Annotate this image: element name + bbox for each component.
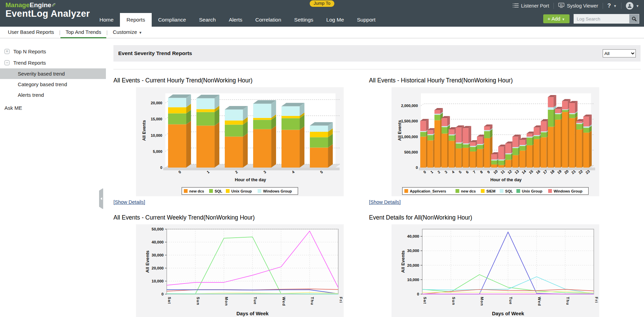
svg-text:40,000: 40,000 — [407, 234, 419, 238]
nav-correlation[interactable]: Correlation — [249, 13, 288, 27]
collapse-icon[interactable]: − — [4, 60, 10, 65]
svg-text:Hour of the day: Hour of the day — [235, 177, 266, 182]
svg-text:new dcs: new dcs — [461, 189, 476, 193]
help-menu[interactable]: ? ▼ — [607, 2, 617, 9]
svg-text:Wed: Wed — [537, 297, 542, 306]
svg-text:0: 0 — [178, 170, 182, 174]
chevron-left-icon — [100, 197, 102, 200]
svg-text:Sun: Sun — [196, 297, 200, 305]
svg-text:2,000,000: 2,000,000 — [401, 104, 418, 108]
chevron-down-icon: ▼ — [636, 4, 639, 8]
brand-logo: ManageEngine EventLog Analyzer — [5, 2, 90, 19]
svg-text:Thu: Thu — [310, 297, 314, 305]
search-icon — [632, 16, 637, 22]
listener-port-icon — [513, 3, 519, 9]
chart-title: Event Details for All(NonWorking Hour) — [369, 214, 629, 221]
sidebar-item-category-based-trend[interactable]: Category based trend — [0, 79, 106, 90]
page-title: Event Severity Trend Reports — [118, 50, 192, 56]
report-content: Event Severity Trend Reports All All Eve… — [106, 38, 644, 317]
chart-title: All Events - Current Hourly Trend(NonWor… — [113, 77, 369, 84]
chart-cell-current-weekly: All Events - Current Weekly Trend(NonWor… — [113, 214, 369, 317]
nav-support[interactable]: Support — [351, 13, 382, 27]
svg-text:7: 7 — [472, 170, 476, 174]
svg-text:5: 5 — [319, 170, 324, 174]
nav-reports[interactable]: Reports — [120, 13, 151, 27]
sidebar-item-severity-based-trend[interactable]: Severity based trend — [0, 68, 106, 79]
product-name: EventLog Analyzer — [5, 9, 90, 19]
svg-text:Windows Group: Windows Group — [263, 189, 292, 193]
top-bar: Jump To ManageEngine EventLog Analyzer H… — [0, 0, 644, 27]
chart-title: All Events - Historical Hourly Trend(Non… — [369, 77, 629, 84]
chart-cell-current-hourly: All Events - Current Hourly Trend(NonWor… — [113, 77, 369, 205]
syslog-viewer-button[interactable]: 01 Syslog Viewer — [558, 3, 598, 9]
sidebar-item-ask-me[interactable]: Ask ME — [0, 105, 106, 111]
current-weekly-trend-chart: 010,00020,00030,00040,00050,000SatSunMon… — [136, 224, 344, 317]
show-details-link[interactable]: [Show Details] — [113, 199, 145, 205]
syslog-viewer-icon: 01 — [558, 3, 564, 9]
chevron-down-icon: ▼ — [562, 17, 565, 21]
nav-home[interactable]: Home — [93, 13, 120, 27]
svg-text:1,000,000: 1,000,000 — [401, 135, 418, 139]
topbar-utilities: Listener Port 01 Syslog Viewer ? ▼ ▼ — [513, 2, 639, 10]
jump-to-button[interactable]: Jump To — [310, 0, 334, 7]
svg-text:Days of Week: Days of Week — [492, 311, 524, 316]
sidebar-collapse-handle[interactable] — [99, 188, 103, 209]
log-search — [574, 14, 639, 24]
svg-text:20,000: 20,000 — [152, 266, 164, 270]
add-button[interactable]: + Add ▼ — [543, 14, 570, 23]
divider — [621, 3, 621, 9]
sidebar-item-alerts-trend[interactable]: Alerts trend — [0, 90, 106, 100]
svg-text:30,000: 30,000 — [407, 249, 419, 253]
svg-text:10,000: 10,000 — [151, 133, 162, 137]
nav-log-me[interactable]: Log Me — [320, 13, 351, 27]
charts-panel: All Events - Current Hourly Trend(NonWor… — [113, 69, 641, 317]
svg-text:Tue: Tue — [253, 297, 257, 305]
svg-text:2: 2 — [234, 170, 238, 174]
subnav-customize[interactable]: Customize▼ — [108, 27, 147, 38]
svg-text:0: 0 — [417, 292, 419, 296]
svg-text:0: 0 — [160, 166, 162, 170]
subnav-user-based-reports[interactable]: User Based Reports — [3, 27, 59, 38]
svg-text:Sun: Sun — [452, 297, 456, 305]
svg-text:15,000: 15,000 — [151, 117, 162, 121]
svg-text:0: 0 — [423, 170, 427, 174]
svg-text:Unix Group: Unix Group — [522, 189, 543, 193]
nav-alerts[interactable]: Alerts — [222, 13, 249, 27]
show-details-link[interactable]: [Show Details] — [369, 199, 401, 205]
historical-hourly-trend-chart: 0500,0001,000,0001,500,0002,000,00001234… — [392, 87, 599, 196]
svg-text:2: 2 — [437, 170, 441, 174]
nav-settings[interactable]: Settings — [288, 13, 320, 27]
svg-text:6: 6 — [465, 170, 469, 174]
divider — [553, 3, 554, 9]
svg-text:20,000: 20,000 — [407, 263, 419, 267]
subnav-top-and-trends[interactable]: Top And Trends — [60, 27, 106, 38]
svg-text:1: 1 — [206, 170, 210, 174]
user-avatar-icon — [626, 2, 633, 10]
report-header-bar: Event Severity Trend Reports All — [113, 45, 641, 62]
svg-text:0: 0 — [416, 166, 418, 170]
svg-text:SQL: SQL — [505, 189, 513, 193]
user-menu[interactable]: ▼ — [626, 2, 639, 10]
nav-search[interactable]: Search — [193, 13, 222, 27]
svg-text:0: 0 — [162, 292, 164, 296]
search-button[interactable] — [629, 14, 639, 24]
device-filter-select[interactable]: All — [603, 49, 636, 57]
chart-cell-event-details: Event Details for All(NonWorking Hour) 0… — [369, 214, 629, 317]
log-search-input[interactable] — [574, 14, 629, 24]
brand-engine: Engine — [30, 1, 51, 9]
current-hourly-trend-chart: 05,00010,00015,00020,000012345Hour of th… — [136, 87, 344, 196]
expand-icon[interactable]: + — [4, 49, 10, 54]
svg-text:All Events: All Events — [145, 250, 150, 273]
svg-text:SIEM: SIEM — [486, 189, 495, 193]
svg-text:8: 8 — [479, 170, 483, 174]
svg-text:30,000: 30,000 — [152, 253, 164, 257]
svg-text:All Events: All Events — [400, 250, 406, 273]
sidebar-group-trend-reports[interactable]: − Trend Reports — [0, 57, 106, 68]
nav-compliance[interactable]: Compliance — [152, 13, 193, 27]
svg-text:Windows Group: Windows Group — [554, 189, 583, 193]
svg-text:Tue: Tue — [509, 297, 513, 305]
brand-swoosh-icon — [52, 2, 57, 9]
svg-text:Mon: Mon — [224, 297, 229, 306]
listener-port-button[interactable]: Listener Port — [513, 3, 549, 9]
sidebar-group-top-n-reports[interactable]: + Top N Reports — [0, 46, 106, 57]
